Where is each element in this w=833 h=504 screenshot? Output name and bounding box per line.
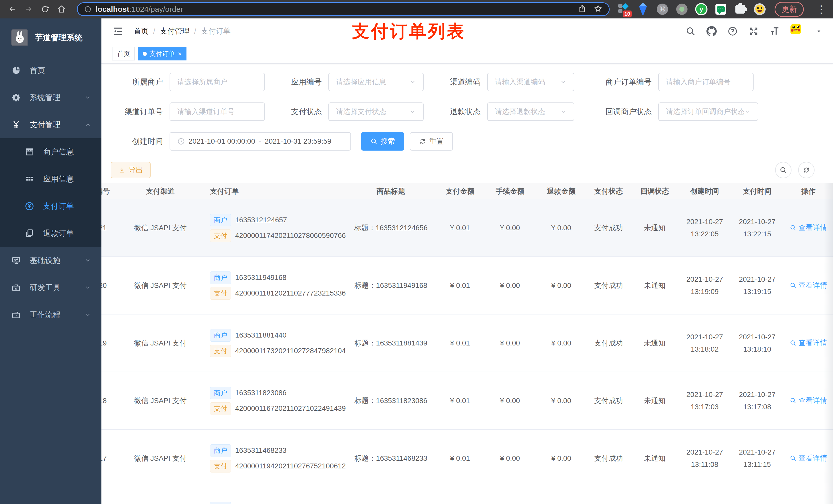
font-size-icon[interactable] bbox=[769, 26, 780, 37]
search-button[interactable]: 搜索 bbox=[361, 132, 404, 150]
page-title: 支付订单列表 bbox=[352, 20, 466, 43]
y-logo-extension-icon[interactable]: y bbox=[695, 3, 708, 15]
avatar-dropdown-caret-icon[interactable] bbox=[816, 28, 822, 34]
sidebar-item-home[interactable]: 首页 bbox=[0, 57, 101, 84]
browser-update-button[interactable]: 更新 bbox=[775, 2, 804, 17]
order-id: 20 bbox=[101, 282, 119, 290]
product-title: 标题：1635311881439 bbox=[345, 338, 437, 348]
sidebar-item-app-info[interactable]: 应用信息 bbox=[0, 165, 101, 193]
pay-amount: ¥ 0.01 bbox=[437, 282, 483, 290]
pay-status: 支付成功 bbox=[586, 454, 632, 463]
chevron-down-icon bbox=[560, 108, 567, 115]
dashboard-icon bbox=[11, 66, 21, 75]
pay-status: 支付成功 bbox=[586, 396, 632, 406]
github-icon[interactable] bbox=[707, 26, 717, 37]
view-detail-link[interactable]: 查看详情 bbox=[790, 396, 827, 405]
notify-status: 未通知 bbox=[632, 454, 678, 463]
sidebar-item-dev-tools[interactable]: 研发工具 bbox=[0, 274, 101, 301]
reset-button[interactable]: 重置 bbox=[410, 132, 453, 150]
view-detail-link[interactable]: 查看详情 bbox=[790, 338, 827, 348]
chevron-down-icon bbox=[744, 108, 751, 115]
create-time-range-input[interactable]: 2021-10-01 00:00:00 - 2021-10-31 23:59:5… bbox=[170, 132, 351, 150]
kite-extension-icon[interactable] bbox=[637, 3, 649, 15]
chevron-up-icon bbox=[85, 121, 91, 128]
browser-menu-icon[interactable]: ⋮ bbox=[816, 4, 826, 15]
bookmark-star-icon[interactable] bbox=[594, 5, 602, 14]
sidebar-item-system[interactable]: 系统管理 bbox=[0, 84, 101, 111]
refund-amount: ¥ 0.00 bbox=[537, 339, 586, 347]
created-time: 2021-10-27 13:11:08 bbox=[678, 446, 732, 471]
pay-status-select[interactable]: 请选择支付状态 bbox=[328, 102, 424, 121]
fee-amount: ¥ 0.00 bbox=[483, 397, 537, 405]
breadcrumb-pay-management[interactable]: 支付管理 bbox=[160, 26, 190, 37]
view-detail-link[interactable]: 查看详情 bbox=[790, 281, 827, 290]
fullscreen-icon[interactable] bbox=[748, 26, 759, 37]
browser-home-icon[interactable] bbox=[56, 4, 67, 15]
merchant-order-no: 1635312124657 bbox=[235, 216, 287, 224]
refund-status-select[interactable]: 请选择退款状态 bbox=[487, 102, 574, 121]
url-path: :1024/pay/order bbox=[129, 5, 183, 14]
browser-forward-icon[interactable] bbox=[23, 4, 34, 15]
emoji-profile-icon[interactable] bbox=[754, 3, 766, 15]
recorder-extension-icon[interactable] bbox=[676, 3, 688, 15]
chevron-down-icon bbox=[85, 311, 91, 318]
command-extension-icon[interactable]: ⌘ bbox=[656, 3, 669, 15]
pay-order-cell: 商户 1635311823086 支付 42000011672021102710… bbox=[201, 384, 345, 418]
toggle-search-button[interactable] bbox=[775, 162, 791, 178]
sidebar-item-pay-order[interactable]: 支付订单 bbox=[0, 193, 101, 220]
pay-channel: 微信 JSAPI 支付 bbox=[119, 223, 201, 233]
view-detail-link[interactable]: 查看详情 bbox=[790, 223, 827, 233]
sidebar-item-infrastructure[interactable]: 基础设施 bbox=[0, 247, 101, 274]
close-tab-icon[interactable]: × bbox=[178, 50, 182, 57]
page-info-icon[interactable] bbox=[84, 6, 91, 13]
search-icon[interactable] bbox=[686, 26, 696, 37]
pay-order-cell: 商户 1635311468233 支付 42000011942021102767… bbox=[201, 441, 345, 476]
pay-channel: 微信 JSAPI 支付 bbox=[119, 396, 201, 406]
view-detail-link[interactable]: 查看详情 bbox=[790, 453, 827, 463]
channel-order-no-input[interactable]: 请输入渠道订单号 bbox=[170, 102, 265, 121]
grid-icon bbox=[25, 174, 34, 184]
merchant-order-no: 1635311468233 bbox=[235, 447, 286, 455]
merchant-tag: 商户 bbox=[210, 387, 231, 399]
chevron-down-icon bbox=[85, 284, 91, 291]
refund-amount: ¥ 0.00 bbox=[537, 454, 586, 462]
pay-tag: 支付 bbox=[210, 345, 231, 357]
app-id-select[interactable]: 请选择应用信息 bbox=[328, 73, 424, 91]
puzzle-extensions-icon[interactable] bbox=[734, 3, 746, 15]
notify-status-select[interactable]: 请选择订单回调商户状态 bbox=[658, 102, 758, 121]
browser-back-icon[interactable] bbox=[7, 4, 18, 15]
logo-avatar bbox=[11, 29, 28, 46]
tab-pay-order[interactable]: 支付订单 × bbox=[138, 47, 187, 61]
browser-reload-icon[interactable] bbox=[40, 4, 51, 15]
table-header: 编号 支付渠道 支付订单 商品标题 支付金额 手续金额 退款金额 支付状态 回调… bbox=[101, 183, 833, 199]
notify-status: 未通知 bbox=[632, 338, 678, 348]
refresh-table-button[interactable] bbox=[798, 162, 814, 178]
merchant-input[interactable]: 请选择所属商户 bbox=[170, 73, 265, 91]
sidebar-item-refund-order[interactable]: 退款订单 bbox=[0, 220, 101, 247]
refund-amount: ¥ 0.00 bbox=[537, 282, 586, 290]
channel-code-select[interactable]: 请输入渠道编码 bbox=[487, 73, 574, 91]
chat-extension-icon[interactable] bbox=[715, 3, 727, 15]
sidebar-item-workflow[interactable]: 工作流程 bbox=[0, 301, 101, 328]
export-button[interactable]: 导出 bbox=[111, 162, 151, 178]
created-time: 2021-10-27 13:22:05 bbox=[678, 216, 732, 240]
address-bar[interactable]: localhost:1024/pay/order bbox=[77, 2, 610, 16]
merchant-order-no: 1635311949168 bbox=[235, 273, 286, 282]
sidebar-collapse-icon[interactable] bbox=[113, 26, 123, 37]
product-title: 标题：1635311823086 bbox=[345, 396, 437, 406]
share-icon[interactable] bbox=[578, 5, 586, 14]
table-row: 17 微信 JSAPI 支付 商户 1635311468233 支付 42000… bbox=[101, 430, 833, 487]
sidebar-item-merchant-info[interactable]: 商户信息 bbox=[0, 138, 101, 165]
tab-manager-extension-icon[interactable]: 10 bbox=[617, 3, 629, 15]
order-id: 19 bbox=[101, 339, 119, 347]
sidebar-item-pay-management[interactable]: 支付管理 bbox=[0, 111, 101, 138]
tab-home[interactable]: 首页 bbox=[112, 47, 135, 61]
user-avatar[interactable] bbox=[790, 24, 805, 39]
pay-status: 支付成功 bbox=[586, 338, 632, 348]
merchant-order-no-input[interactable]: 请输入商户订单编号 bbox=[658, 73, 754, 91]
pay-channel: 微信 JSAPI 支付 bbox=[119, 454, 201, 463]
breadcrumb-home[interactable]: 首页 bbox=[134, 26, 148, 37]
channel-order-no: 4200001174202110278060590766 bbox=[235, 232, 346, 240]
product-title: 标题：1635312124656 bbox=[345, 223, 437, 233]
help-icon[interactable] bbox=[728, 26, 738, 37]
